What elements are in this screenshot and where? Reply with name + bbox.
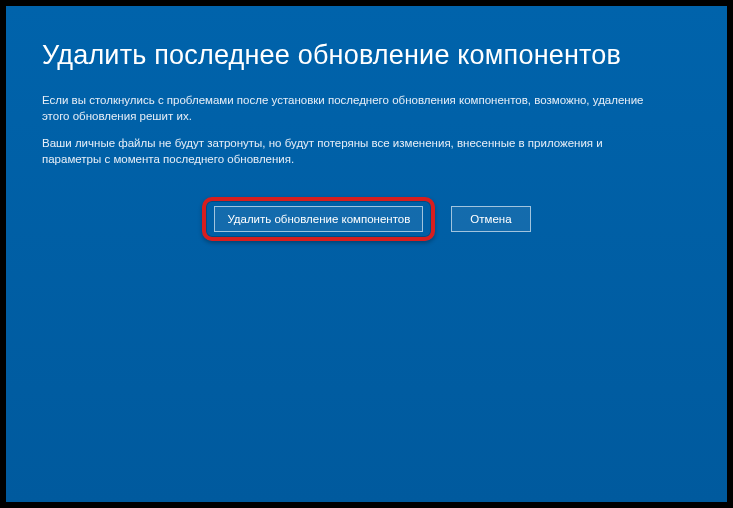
uninstall-update-button[interactable]: Удалить обновление компонентов: [214, 206, 423, 232]
cancel-button[interactable]: Отмена: [451, 206, 530, 232]
description-line-1: Если вы столкнулись с проблемами после у…: [42, 93, 662, 124]
recovery-window: Удалить последнее обновление компонентов…: [6, 6, 727, 502]
description-line-2: Ваши личные файлы не будут затронуты, но…: [42, 136, 662, 167]
window-frame: Удалить последнее обновление компонентов…: [0, 0, 733, 508]
page-title: Удалить последнее обновление компонентов: [42, 40, 691, 71]
highlight-annotation: Удалить обновление компонентов: [202, 197, 435, 241]
button-row: Удалить обновление компонентов Отмена: [42, 197, 691, 241]
